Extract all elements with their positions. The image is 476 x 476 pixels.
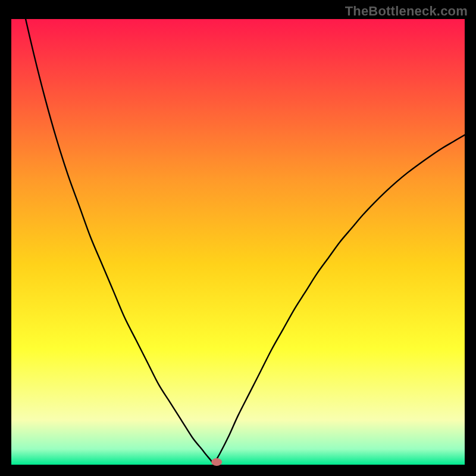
bottleneck-chart	[0, 0, 476, 476]
chart-frame: TheBottleneck.com	[0, 0, 476, 476]
watermark-text: TheBottleneck.com	[345, 4, 468, 19]
plot-background	[11, 19, 465, 465]
optimal-marker	[211, 458, 222, 466]
